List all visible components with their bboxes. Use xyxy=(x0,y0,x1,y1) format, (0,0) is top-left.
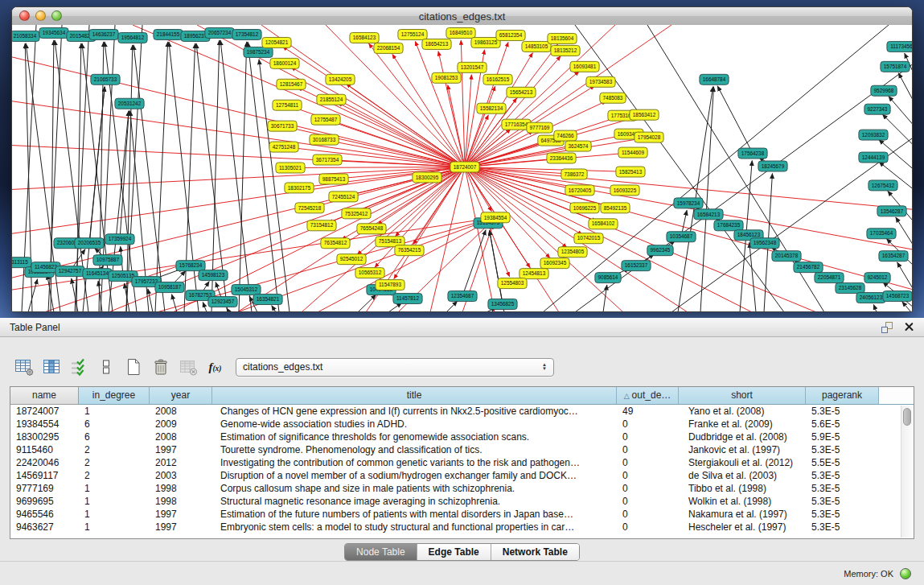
delete-table-icon[interactable] xyxy=(150,356,171,377)
table-cell[interactable]: Corpus callosum shape and size in male p… xyxy=(212,482,617,495)
table-cell[interactable]: 2008 xyxy=(150,405,212,418)
graph-node[interactable]: 11313115 xyxy=(12,257,31,268)
graph-node[interactable]: 13456825 xyxy=(488,299,517,310)
table-cell[interactable]: Structural magnetic resonance image aver… xyxy=(212,495,617,508)
graph-node[interactable]: 23145628 xyxy=(836,283,864,294)
graph-node[interactable]: 9227343 xyxy=(864,104,890,114)
graph-node[interactable]: 14568723 xyxy=(883,291,912,302)
table-cell[interactable]: 1 xyxy=(79,405,150,418)
table-cell[interactable]: 0 xyxy=(617,443,679,456)
table-cell[interactable]: 2012 xyxy=(150,456,212,469)
graph-node[interactable]: 16720405 xyxy=(565,185,594,196)
graph-edge[interactable] xyxy=(133,45,165,311)
graph-node[interactable]: 17359924 xyxy=(105,234,134,245)
graph-node[interactable]: 18300295 xyxy=(413,172,441,183)
table-cell[interactable]: 5.3E-5 xyxy=(806,482,879,495)
graph-node[interactable]: 15582134 xyxy=(477,103,506,113)
table-cell[interactable]: 2003 xyxy=(150,469,212,482)
graph-edge[interactable] xyxy=(446,301,458,311)
graph-node[interactable]: 16152337 xyxy=(622,261,651,271)
graph-node[interactable]: 24056123 xyxy=(856,293,885,303)
graph-node[interactable]: 21855124 xyxy=(317,94,346,105)
graph-node[interactable]: 19564812 xyxy=(118,32,147,43)
graph-edge[interactable] xyxy=(671,138,912,311)
table-cell[interactable]: 2 xyxy=(79,469,150,482)
close-panel-button[interactable] xyxy=(904,322,914,332)
graph-node[interactable]: 20145378 xyxy=(772,251,801,262)
graph-node[interactable]: 18724007 xyxy=(450,162,479,172)
graph-node[interactable]: 12942757 xyxy=(55,266,84,277)
graph-node[interactable]: 15825413 xyxy=(616,167,645,177)
graph-node[interactable]: 19345634 xyxy=(39,27,68,38)
graph-edge[interactable] xyxy=(338,103,465,167)
tab-node-table[interactable]: Node Table xyxy=(345,544,417,560)
graph-node[interactable]: 21844155 xyxy=(154,29,183,39)
graph-edge[interactable] xyxy=(465,167,567,248)
graph-edge[interactable] xyxy=(203,302,207,311)
graph-node[interactable]: 13546287 xyxy=(877,206,906,216)
graph-node[interactable]: 30168733 xyxy=(310,134,339,145)
graph-node[interactable]: 19384554 xyxy=(481,212,510,223)
graph-node[interactable]: 12754811 xyxy=(273,100,302,110)
table-cell[interactable]: 49 xyxy=(617,405,679,418)
graph-edge[interactable] xyxy=(28,279,38,311)
graph-edge[interactable] xyxy=(717,86,753,154)
graph-node[interactable]: 19875234 xyxy=(244,47,273,57)
table-cell[interactable]: 0 xyxy=(617,482,679,495)
table-row[interactable]: 969969511998Structural magnetic resonanc… xyxy=(10,495,914,508)
graph-edge[interactable] xyxy=(120,111,129,240)
table-cell[interactable]: Dudbridge et al. (2008) xyxy=(679,431,806,443)
graph-node[interactable]: 3624574 xyxy=(565,141,591,151)
graph-node[interactable]: 18135604 xyxy=(548,33,577,43)
graph-node[interactable]: 9085614 xyxy=(595,273,621,283)
table-row[interactable]: 1938455462009Genome-wide association stu… xyxy=(10,418,914,431)
graph-node[interactable]: 42751248 xyxy=(269,142,298,152)
table-row[interactable]: 1456911722003Disruption of a novel membe… xyxy=(10,469,914,482)
graph-node[interactable]: 76554248 xyxy=(357,224,386,234)
table-cell[interactable]: 1 xyxy=(79,521,150,534)
table-cell[interactable]: 9699695 xyxy=(10,495,79,508)
table-cell[interactable]: 6 xyxy=(79,418,150,431)
new-table-icon[interactable] xyxy=(122,356,144,377)
table-cell[interactable]: 6 xyxy=(79,431,150,443)
graph-node[interactable]: 15654213 xyxy=(507,87,536,97)
graph-node[interactable]: 17564238 xyxy=(738,148,767,159)
table-cell[interactable]: 0 xyxy=(617,418,679,431)
graph-node[interactable]: 12815467 xyxy=(277,79,306,89)
graph-edge[interactable] xyxy=(465,167,752,311)
graph-node[interactable]: 11544609 xyxy=(618,147,647,158)
graph-node[interactable]: 15978234 xyxy=(674,198,703,208)
graph-node[interactable]: 11457812 xyxy=(393,294,422,304)
memory-status-indicator[interactable] xyxy=(900,568,911,579)
table-row[interactable]: 1830029562008Estimation of significance … xyxy=(10,431,914,443)
table-row[interactable]: 2242004622012Investigating the contribut… xyxy=(10,456,914,469)
table-cell[interactable]: de Silva et al. (2003) xyxy=(679,469,806,482)
graph-node[interactable]: 16162515 xyxy=(483,74,512,84)
table-cell[interactable]: Stergiakouli et al. (2012) xyxy=(679,456,806,469)
graph-node[interactable]: 14853105 xyxy=(522,41,551,51)
table-vertical-scrollbar[interactable] xyxy=(901,406,913,538)
graph-edge[interactable] xyxy=(12,146,465,167)
graph-node[interactable]: 16648784 xyxy=(700,74,729,84)
graph-node[interactable]: 14636237 xyxy=(89,29,118,39)
graph-edge[interactable] xyxy=(358,295,376,311)
graph-edge[interactable] xyxy=(575,25,784,311)
table-cell[interactable]: 5.5E-5 xyxy=(806,456,879,469)
graph-node[interactable]: 9529968 xyxy=(871,85,897,96)
column-header-out_de[interactable]: △out_de… xyxy=(617,387,679,405)
table-cell[interactable]: Disruption of a novel member of a sodium… xyxy=(212,469,617,482)
graph-node[interactable]: 85492135 xyxy=(601,203,630,213)
column-header-title[interactable]: title xyxy=(212,387,617,405)
table-cell[interactable]: 9777169 xyxy=(10,482,79,495)
graph-edge[interactable] xyxy=(896,217,912,245)
graph-node[interactable]: 17954028 xyxy=(634,132,663,142)
graph-node[interactable]: 12444139 xyxy=(859,152,888,163)
graph-node[interactable]: 72455124 xyxy=(329,192,358,202)
graph-edge[interactable] xyxy=(239,42,247,311)
column-header-year[interactable]: year xyxy=(150,387,212,405)
graph-node[interactable]: 17354812 xyxy=(232,29,261,39)
graph-node[interactable]: 10696225 xyxy=(570,203,599,213)
table-cell[interactable]: 2009 xyxy=(150,418,212,431)
table-cell[interactable]: 5.6E-5 xyxy=(806,418,879,431)
graph-node[interactable]: 98875413 xyxy=(319,174,348,184)
